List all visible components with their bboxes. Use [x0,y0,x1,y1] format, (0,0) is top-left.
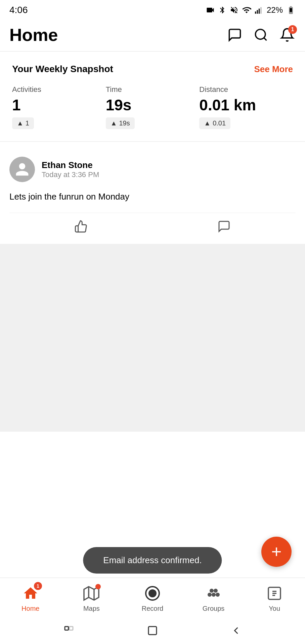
search-icon [254,28,268,42]
feed-section: Ethan Stone Today at 3:36 PM Lets join t… [0,147,305,244]
app-header: Home 1 [0,19,305,51]
bluetooth-icon [218,5,226,15]
nav-you-icon-wrap [265,584,284,603]
notification-button[interactable]: 1 [279,26,296,43]
stat-activities: Activities 1 ▲ 1 [12,85,106,129]
svg-rect-4 [290,8,292,12]
nav-maps-label: Maps [83,605,100,612]
snapshot-header: Your Weekly Snapshot See More [12,64,293,74]
feed-post: Ethan Stone Today at 3:36 PM Lets join t… [9,157,296,244]
status-icons: 22% [206,5,296,15]
snapshot-title: Your Weekly Snapshot [12,64,113,74]
profile-icon [266,585,282,601]
gray-content-area [0,244,305,432]
nav-item-record[interactable]: Record [136,584,169,612]
svg-line-6 [264,38,267,41]
weekly-snapshot-card: Your Weekly Snapshot See More Activities… [0,52,305,141]
see-more-link[interactable]: See More [254,64,293,74]
stat-distance-change: ▲ 0.01 [199,117,230,129]
page-title: Home [9,25,58,45]
nav-record-label: Record [142,605,163,612]
svg-rect-20 [148,627,157,635]
like-button[interactable] [61,216,101,236]
wifi-icon [242,5,251,15]
toast-notification: Email address confirmed. [83,547,222,574]
groups-icon [206,585,222,601]
nav-item-home[interactable]: 1 Home [14,584,47,612]
stat-activities-value: 1 [12,96,106,114]
nav-home-label: Home [21,605,39,612]
battery-percent: 22% [267,5,283,15]
stat-distance-label: Distance [199,85,293,94]
svg-rect-3 [260,7,261,14]
recents-icon [63,625,75,637]
svg-point-13 [214,589,218,593]
stat-time-change: ▲ 19s [106,117,135,129]
post-time: Today at 3:36 PM [42,170,99,179]
stat-distance-change-value: 0.01 [213,119,226,127]
svg-point-12 [210,589,214,593]
fab-add-button[interactable] [261,537,292,567]
chat-icon [227,28,242,42]
stat-time-change-value: 19s [119,119,130,127]
android-back-button[interactable] [230,625,242,637]
comment-icon [217,220,231,233]
arrow-up-icon: ▲ [17,119,24,127]
mute-icon [230,5,238,15]
stat-time: Time 19s ▲ 19s [106,85,200,129]
post-actions [9,213,296,244]
comment-button[interactable] [204,216,244,236]
nav-groups-icon-wrap [204,584,223,603]
post-author: Ethan Stone [42,160,99,170]
header-actions: 1 [226,26,296,43]
post-meta: Ethan Stone Today at 3:36 PM [42,160,99,179]
status-bar: 4:06 22% [0,0,305,19]
svg-point-11 [148,589,157,597]
svg-rect-19 [69,627,73,630]
stat-activities-label: Activities [12,85,106,94]
svg-point-5 [256,30,265,39]
stat-distance-value: 0.01 km [199,96,293,114]
post-header: Ethan Stone Today at 3:36 PM [9,157,296,182]
signal-icon [255,5,263,15]
nav-home-icon-wrap: 1 [21,584,40,603]
svg-point-14 [212,593,216,597]
nav-groups-label: Groups [203,605,225,612]
search-button[interactable] [253,26,269,43]
svg-rect-18 [65,627,69,630]
snapshot-divider [0,141,305,142]
stat-time-value: 19s [106,96,200,114]
arrow-up-icon-2: ▲ [111,119,117,127]
user-avatar-icon [14,162,30,177]
android-home-button[interactable] [146,625,159,637]
toast-message: Email address confirmed. [103,555,202,565]
thumbs-up-icon [74,220,88,233]
maps-notification-dot [95,584,101,589]
bottom-navigation: 1 Home Maps Record [0,578,305,617]
back-icon [230,625,242,637]
android-home-icon [146,625,159,637]
post-content: Lets join the funrun on Monday [9,190,296,203]
svg-rect-0 [255,11,256,14]
stat-activities-change: ▲ 1 [12,117,34,129]
arrow-up-icon-3: ▲ [204,119,211,127]
nav-item-groups[interactable]: Groups [197,584,230,612]
nav-item-maps[interactable]: Maps [75,584,108,612]
camera-status-icon [206,5,215,15]
record-icon [144,585,161,601]
nav-item-you[interactable]: You [258,584,291,612]
home-badge: 1 [34,582,42,590]
chat-button[interactable] [226,26,243,43]
svg-point-15 [208,593,212,597]
svg-point-16 [216,593,220,597]
plus-icon [269,544,284,559]
nav-maps-icon-wrap [82,584,101,603]
status-time: 4:06 [9,5,28,15]
battery-icon [286,5,296,15]
notification-badge: 1 [288,25,297,34]
snapshot-stats: Activities 1 ▲ 1 Time 19s ▲ 19s Distance… [12,85,293,129]
nav-you-label: You [269,605,280,612]
stat-distance: Distance 0.01 km ▲ 0.01 [199,85,293,129]
svg-rect-1 [257,10,258,14]
android-recents-button[interactable] [63,625,75,637]
